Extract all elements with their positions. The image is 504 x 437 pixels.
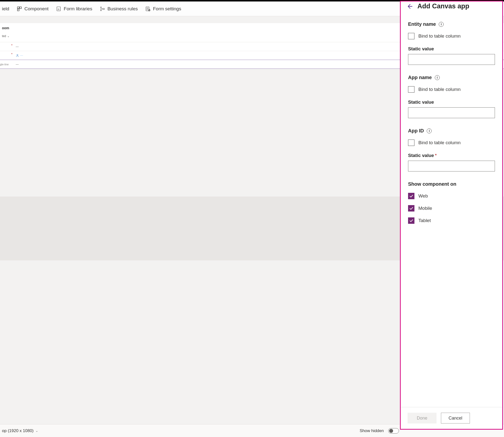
svg-point-5: [101, 7, 102, 8]
show-on-tablet-label: Tablet: [418, 218, 431, 223]
toolbar-form-settings[interactable]: Form settings: [145, 6, 181, 12]
required-asterisk-icon: *: [11, 53, 13, 56]
show-on-web-checkbox[interactable]: [408, 193, 414, 199]
svg-text:JS: JS: [57, 8, 59, 10]
field-placeholder: ---: [16, 45, 19, 48]
svg-point-6: [101, 10, 102, 11]
info-icon[interactable]: i: [435, 75, 440, 80]
business-rules-icon: [100, 6, 105, 12]
appname-static-label: Static value: [408, 99, 495, 105]
form-settings-icon: [145, 6, 151, 12]
chevron-down-icon: ⌄: [36, 429, 38, 433]
section-app-name: App name i Bind to table column Static v…: [408, 75, 495, 118]
cancel-button[interactable]: Cancel: [441, 413, 470, 423]
chevron-down-icon[interactable]: ⌄: [7, 34, 10, 38]
info-icon[interactable]: i: [427, 128, 432, 133]
panel-title: Add Canvas app: [417, 2, 469, 10]
toolbar-field-label: ield: [2, 6, 9, 12]
app-id-label: App ID: [408, 128, 424, 134]
toolbar-component[interactable]: Component: [17, 6, 49, 12]
appid-static-value-input[interactable]: [408, 161, 495, 171]
field-placeholder: ---: [16, 63, 19, 66]
svg-rect-7: [103, 8, 104, 10]
entity-name-label: Entity name: [408, 21, 436, 27]
panel-footer: Done Cancel: [401, 407, 502, 429]
app-name-label: App name: [408, 75, 432, 80]
owner-value-chip: [20, 55, 23, 56]
show-on-mobile-checkbox[interactable]: [408, 205, 414, 211]
appid-bind-checkbox[interactable]: [408, 140, 414, 146]
entity-bind-label: Bind to table column: [418, 33, 461, 39]
toolbar-field[interactable]: ield: [2, 6, 9, 12]
svg-rect-2: [17, 9, 19, 11]
show-hidden-label: Show hidden: [360, 428, 384, 433]
show-hidden-toggle[interactable]: [388, 428, 399, 434]
show-on-label: Show component on: [408, 181, 456, 187]
svg-rect-1: [19, 7, 21, 8]
show-on-web-label: Web: [418, 193, 428, 199]
toggle-knob: [389, 429, 393, 433]
component-icon: [17, 6, 22, 12]
toolbar-form-libraries[interactable]: JS Form libraries: [56, 6, 92, 12]
appid-static-label: Static value*: [408, 153, 495, 158]
panel-header: Add Canvas app: [401, 1, 502, 13]
tagline-label: gle-line: [0, 63, 9, 66]
show-on-tablet-checkbox[interactable]: [408, 217, 414, 224]
person-icon: [16, 54, 19, 57]
section-app-id: App ID i Bind to table column Static val…: [408, 128, 495, 171]
toolbar-formlib-label: Form libraries: [64, 6, 92, 12]
required-asterisk-icon: *: [435, 153, 437, 158]
toolbar-formsettings-label: Form settings: [153, 6, 181, 12]
js-file-icon: JS: [56, 6, 61, 12]
required-asterisk-icon: *: [11, 44, 13, 47]
appname-bind-label: Bind to table column: [418, 87, 461, 92]
appname-bind-checkbox[interactable]: [408, 86, 414, 93]
show-on-mobile-label: Mobile: [418, 206, 432, 211]
toolbar-component-label: Component: [25, 6, 49, 12]
appname-static-value-input[interactable]: [408, 107, 495, 118]
svg-point-10: [17, 54, 18, 56]
entity-static-label: Static value: [408, 46, 495, 52]
toolbar-bizrules-label: Business rules: [107, 6, 138, 12]
add-canvas-app-panel: Add Canvas app Entity name i Bind to tab…: [400, 1, 503, 430]
back-arrow-icon[interactable]: [406, 3, 413, 10]
toolbar-business-rules[interactable]: Business rules: [100, 6, 138, 12]
section-entity-name: Entity name i Bind to table column Stati…: [408, 21, 495, 65]
zoom-text: op (1920 x 1080): [2, 428, 34, 433]
section-show-component-on: Show component on Web Mobile Tablet: [408, 181, 495, 224]
svg-rect-0: [17, 7, 19, 8]
entity-bind-checkbox[interactable]: [408, 33, 414, 39]
zoom-selector[interactable]: op (1920 x 1080) ⌄: [2, 428, 38, 433]
form-header-subtitle: ted ⌄: [2, 34, 10, 38]
done-button[interactable]: Done: [408, 413, 437, 423]
appid-bind-label: Bind to table column: [418, 140, 461, 145]
entity-static-value-input[interactable]: [408, 54, 495, 65]
info-icon[interactable]: i: [439, 22, 444, 27]
